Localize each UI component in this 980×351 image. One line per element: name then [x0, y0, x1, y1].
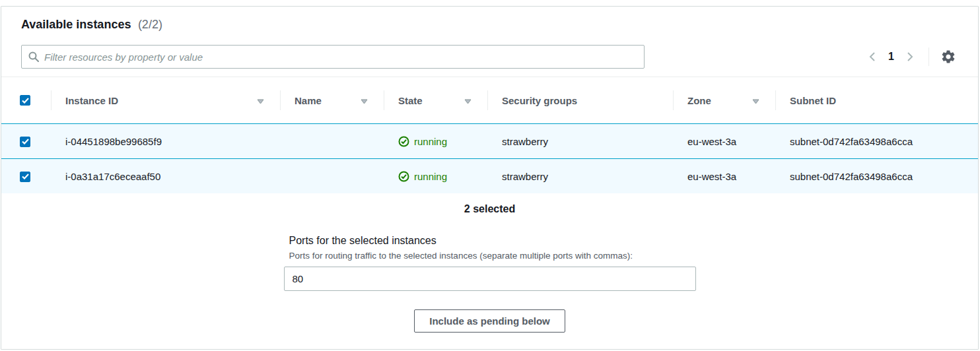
row-checkbox[interactable]: [20, 172, 30, 182]
row-checkbox[interactable]: [20, 137, 30, 147]
column-header-zone[interactable]: Zone: [673, 77, 775, 123]
subnet-id-cell: subnet-0d742fa63498a6cca: [775, 171, 978, 182]
pagination: 1: [863, 47, 958, 67]
ports-section: Ports for the selected instances Ports f…: [284, 235, 696, 291]
column-header-subnet-id[interactable]: Subnet ID: [775, 77, 978, 123]
page-title: Available instances: [21, 18, 131, 31]
gear-icon: [940, 49, 956, 65]
next-page-button[interactable]: [901, 48, 919, 66]
toolbar: 1: [1, 45, 978, 69]
row-select-cell: [1, 135, 51, 147]
ports-label: Ports for the selected instances: [289, 235, 696, 247]
filter-input[interactable]: [44, 51, 637, 63]
chevron-right-icon: [906, 51, 914, 62]
include-as-pending-button[interactable]: Include as pending below: [414, 309, 565, 333]
running-status-icon: [398, 171, 409, 182]
column-label: Instance ID: [65, 95, 118, 106]
page-number: 1: [888, 51, 894, 63]
state-label: running: [414, 136, 447, 147]
ports-input[interactable]: [284, 267, 696, 291]
state-label: running: [414, 171, 447, 182]
available-instances-panel: Available instances (2/2) 1: [1, 6, 979, 350]
column-label: Name: [295, 95, 322, 106]
column-header-name[interactable]: Name: [280, 77, 384, 123]
instance-count: (2/2): [138, 18, 162, 31]
column-label: Zone: [687, 95, 711, 106]
subnet-id-cell: subnet-0d742fa63498a6cca: [775, 136, 978, 147]
pagination-divider: [928, 48, 929, 66]
settings-button[interactable]: [938, 47, 958, 67]
ports-description: Ports for routing traffic to the selecte…: [289, 251, 696, 261]
instance-id-cell: i-04451898be99685f9: [51, 136, 280, 147]
column-label: Security groups: [502, 95, 577, 106]
chevron-left-icon: [868, 51, 876, 62]
instance-id-cell: i-0a31a17c6eceaaf50: [51, 171, 280, 182]
state-cell: running: [384, 136, 487, 147]
zone-cell: eu-west-3a: [673, 136, 775, 147]
column-header-security-groups[interactable]: Security groups: [487, 77, 673, 123]
zone-cell: eu-west-3a: [673, 171, 775, 182]
select-all-cell: [1, 77, 51, 123]
table-row[interactable]: i-0a31a17c6eceaaf50 running strawberry e…: [1, 158, 978, 193]
table-row[interactable]: i-04451898be99685f9 running strawberry e…: [1, 123, 978, 158]
security-groups-cell: strawberry: [487, 136, 673, 147]
search-icon: [28, 51, 39, 62]
sort-icon: [752, 95, 759, 106]
state-cell: running: [384, 171, 487, 182]
button-row: Include as pending below: [1, 309, 978, 333]
sort-icon: [464, 95, 472, 106]
selection-summary: 2 selected: [1, 203, 978, 215]
running-status-icon: [398, 136, 409, 147]
previous-page-button[interactable]: [863, 48, 882, 66]
column-label: State: [398, 95, 423, 106]
sort-icon: [257, 95, 264, 106]
panel-header: Available instances (2/2): [1, 7, 978, 32]
table-header: Instance ID Name State Security groups Z…: [1, 77, 978, 123]
column-header-state[interactable]: State: [384, 77, 487, 123]
filter-box[interactable]: [21, 45, 645, 69]
security-groups-cell: strawberry: [487, 171, 673, 182]
column-label: Subnet ID: [790, 95, 836, 106]
sort-icon: [361, 95, 368, 106]
column-header-instance-id[interactable]: Instance ID: [51, 77, 280, 123]
select-all-checkbox[interactable]: [20, 95, 30, 106]
row-select-cell: [1, 170, 51, 182]
